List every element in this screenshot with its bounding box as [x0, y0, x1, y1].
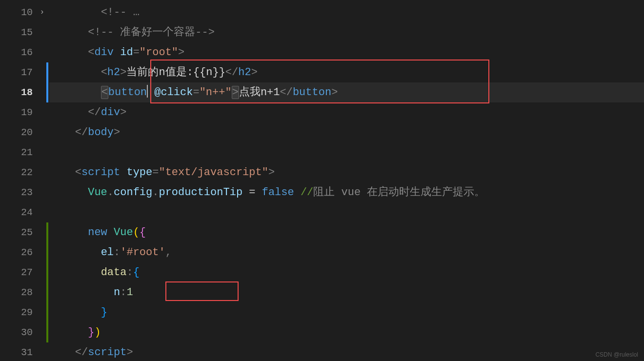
line-number[interactable]: 28: [0, 282, 46, 302]
code-line[interactable]: n:1: [49, 282, 644, 302]
code-line[interactable]: new Vue({: [49, 222, 644, 242]
change-marker-added: [46, 302, 48, 322]
change-marker-added: [46, 242, 48, 262]
code-line[interactable]: <script type="text/javascript">: [49, 162, 644, 182]
line-number[interactable]: 15: [0, 22, 46, 42]
line-number[interactable]: 25: [0, 222, 46, 242]
line-number[interactable]: 26: [0, 242, 46, 262]
line-number[interactable]: 20: [0, 122, 46, 142]
line-number[interactable]: 19: [0, 102, 46, 122]
change-marker-added: [46, 262, 48, 282]
code-content[interactable]: <!-- … <!-- 准备好一个容器--> <div id="root"> <…: [49, 0, 644, 361]
code-line[interactable]: </script>: [49, 342, 644, 361]
line-number[interactable]: 16: [0, 42, 46, 62]
code-line[interactable]: el:'#root',: [49, 242, 644, 262]
change-marker-modified: [46, 62, 48, 82]
code-line[interactable]: [49, 142, 644, 162]
line-number-active[interactable]: 18: [0, 82, 46, 102]
fold-icon[interactable]: ›: [40, 2, 44, 22]
code-line[interactable]: }: [49, 302, 644, 322]
change-marker-modified: [46, 82, 48, 102]
code-line[interactable]: [49, 202, 644, 222]
line-number[interactable]: 17: [0, 62, 46, 82]
line-number[interactable]: 10›: [0, 2, 46, 22]
change-marker-added: [46, 222, 48, 242]
code-line[interactable]: </div>: [49, 102, 644, 122]
watermark-text: CSDN @ruleslol: [595, 351, 638, 358]
code-line[interactable]: Vue.config.productionTip = false //阻止 vu…: [49, 182, 644, 202]
change-marker-added: [46, 282, 48, 302]
code-line[interactable]: <div id="root">: [49, 42, 644, 62]
code-line[interactable]: data:{: [49, 262, 644, 282]
line-number[interactable]: 27: [0, 262, 46, 282]
code-line[interactable]: <!-- …: [49, 2, 644, 22]
code-line[interactable]: <!-- 准备好一个容器-->: [49, 22, 644, 42]
change-marker-added: [46, 322, 48, 342]
line-number[interactable]: 22: [0, 162, 46, 182]
code-editor[interactable]: 10› 15 16 17 18 19 20 21 22 23 24 25 26 …: [0, 0, 644, 361]
line-number[interactable]: 21: [0, 142, 46, 162]
line-number[interactable]: 31: [0, 342, 46, 361]
line-number-gutter[interactable]: 10› 15 16 17 18 19 20 21 22 23 24 25 26 …: [0, 0, 46, 361]
line-number[interactable]: 29: [0, 302, 46, 322]
line-number[interactable]: 24: [0, 202, 46, 222]
code-line[interactable]: </body>: [49, 122, 644, 142]
code-line-current[interactable]: <button @click="n++">点我n+1</button>: [49, 82, 644, 102]
line-number[interactable]: 30: [0, 322, 46, 342]
code-line[interactable]: <h2>当前的n值是:{{n}}</h2>: [49, 62, 644, 82]
line-number[interactable]: 23: [0, 182, 46, 202]
text-cursor-icon: [147, 85, 148, 98]
code-line[interactable]: }): [49, 322, 644, 342]
